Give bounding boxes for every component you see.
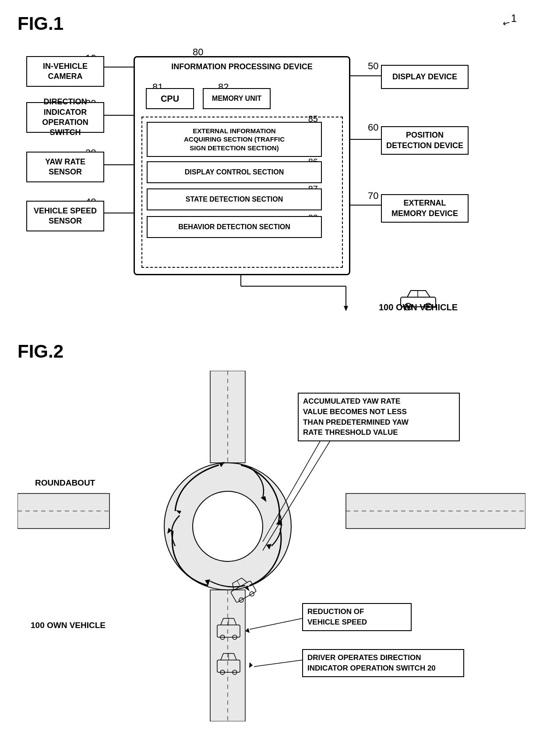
ipd-title: INFORMATION PROCESSING DEVICE: [135, 57, 349, 74]
external-memory-label: EXTERNALMEMORY DEVICE: [391, 198, 458, 219]
display-device-box: DISPLAY DEVICE: [381, 65, 469, 89]
annotation-yaw-rate-text: ACCUMULATED YAW RATEVALUE BECOMES NOT LE…: [303, 397, 409, 437]
behavior-detection-label: BEHAVIOR DETECTION SECTION: [178, 223, 290, 232]
vehicle-speed-sensor-label: VEHICLE SPEEDSENSOR: [34, 206, 97, 227]
fig2-title: FIG.2: [18, 341, 525, 362]
annotation-reduction-text: REDUCTION OFVEHICLE SPEED: [307, 607, 367, 626]
svg-rect-22: [18, 493, 109, 529]
direction-indicator-label: DIRECTION INDICATOROPERATION SWITCH: [30, 97, 101, 138]
ref-60: 60: [368, 122, 378, 133]
fig2-own-vehicle-label: 100 OWN VEHICLE: [31, 621, 106, 630]
svg-point-27: [193, 491, 263, 561]
cpu-box: CPU: [146, 88, 194, 109]
ext-info-label: EXTERNAL INFORMATIONACQUIRING SECTION (T…: [184, 127, 285, 153]
page-container: FIG.1 1 ↙: [0, 0, 543, 735]
behavior-detection-box: BEHAVIOR DETECTION SECTION: [147, 216, 322, 238]
state-detection-label: STATE DETECTION SECTION: [186, 195, 283, 204]
svg-rect-12: [401, 297, 436, 307]
car-icon: [398, 286, 438, 310]
yaw-rate-sensor-box: YAW RATESENSOR: [26, 152, 104, 182]
position-detection-label: POSITIONDETECTION DEVICE: [386, 130, 463, 151]
display-device-label: DISPLAY DEVICE: [392, 72, 457, 82]
fig1-diagram: 10 IN-VEHICLECAMERA 20 DIRECTION INDICAT…: [18, 43, 525, 315]
ref-50: 50: [368, 60, 378, 72]
in-vehicle-camera-label: IN-VEHICLECAMERA: [43, 61, 88, 82]
state-detection-box: STATE DETECTION SECTION: [147, 188, 322, 210]
svg-rect-18: [210, 371, 245, 463]
display-control-box: DISPLAY CONTROL SECTION: [147, 161, 322, 183]
fig2-diagram: ROUNDABOUT 100 OWN VEHICLE ACCUMULATED Y…: [18, 371, 525, 721]
ext-info-box: EXTERNAL INFORMATIONACQUIRING SECTION (T…: [147, 122, 322, 157]
svg-point-17: [427, 305, 430, 308]
ref-70: 70: [368, 190, 378, 202]
annotation-reduction: REDUCTION OFVEHICLE SPEED: [302, 603, 412, 631]
dashed-section: 85 EXTERNAL INFORMATIONACQUIRING SECTION…: [141, 117, 343, 268]
display-control-label: DISPLAY CONTROL SECTION: [185, 168, 284, 177]
vehicle-speed-sensor-box: VEHICLE SPEEDSENSOR: [26, 201, 104, 231]
fig1-ref-num: 1: [511, 12, 517, 25]
svg-line-51: [250, 618, 302, 629]
position-detection-box: POSITIONDETECTION DEVICE: [381, 126, 469, 155]
memory-label: MEMORY UNIT: [212, 94, 261, 103]
fig1-title: FIG.1: [18, 13, 525, 34]
external-memory-box: EXTERNALMEMORY DEVICE: [381, 194, 469, 223]
annotation-yaw-rate: ACCUMULATED YAW RATEVALUE BECOMES NOT LE…: [298, 393, 460, 441]
svg-marker-11: [344, 306, 348, 311]
yaw-rate-sensor-label: YAW RATESENSOR: [45, 157, 85, 177]
roundabout-label: ROUNDABOUT: [35, 478, 95, 488]
annotation-driver: DRIVER OPERATES DIRECTIONINDICATOR OPERA…: [302, 649, 464, 677]
svg-marker-52: [245, 628, 250, 633]
in-vehicle-camera-box: IN-VEHICLECAMERA: [26, 56, 104, 87]
cpu-label: CPU: [161, 93, 179, 104]
annotation-driver-text: DRIVER OPERATES DIRECTIONINDICATOR OPERA…: [307, 653, 436, 672]
ipd-outer-box: INFORMATION PROCESSING DEVICE 81 CPU 82 …: [134, 56, 350, 275]
direction-indicator-box: DIRECTION INDICATOROPERATION SWITCH: [26, 102, 104, 133]
memory-box: MEMORY UNIT: [203, 88, 271, 109]
svg-line-53: [254, 660, 302, 667]
svg-point-16: [407, 305, 409, 308]
svg-marker-54: [249, 662, 253, 668]
